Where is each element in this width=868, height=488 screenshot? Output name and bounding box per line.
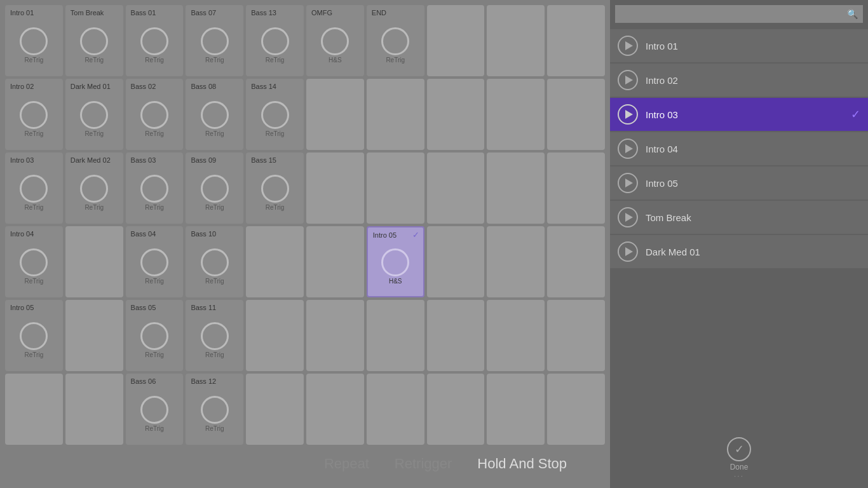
- cell-knob[interactable]: [20, 248, 48, 276]
- pad-cell[interactable]: Bass 02ReTrig: [126, 79, 184, 150]
- cell-knob[interactable]: [201, 101, 229, 129]
- track-item[interactable]: Intro 04: [610, 132, 868, 165]
- pad-cell[interactable]: [547, 300, 605, 371]
- cell-knob[interactable]: [201, 322, 229, 350]
- pad-cell[interactable]: Intro 05✓H&S: [367, 226, 424, 297]
- pad-cell[interactable]: [487, 79, 545, 150]
- cell-knob[interactable]: [20, 322, 48, 350]
- pad-cell[interactable]: [427, 5, 485, 76]
- pad-cell[interactable]: [65, 374, 123, 445]
- pad-cell[interactable]: [487, 5, 545, 76]
- pad-cell[interactable]: Tom BreakReTrig: [65, 5, 123, 76]
- pad-cell[interactable]: Bass 14ReTrig: [246, 79, 304, 150]
- pad-cell[interactable]: Dark Med 01ReTrig: [65, 79, 123, 150]
- pad-cell[interactable]: Intro 02ReTrig: [5, 79, 63, 150]
- cell-knob[interactable]: [140, 396, 168, 424]
- pad-cell[interactable]: Intro 01ReTrig: [5, 5, 63, 76]
- cell-knob[interactable]: [381, 27, 409, 55]
- cell-knob[interactable]: [201, 248, 229, 276]
- pad-cell[interactable]: Bass 01ReTrig: [126, 5, 184, 76]
- pad-cell[interactable]: [306, 226, 364, 297]
- track-item[interactable]: Tom Break: [610, 201, 868, 234]
- pad-cell[interactable]: [427, 79, 485, 150]
- hold-and-stop-button[interactable]: Hold And Stop: [477, 456, 567, 472]
- pad-cell[interactable]: [246, 374, 304, 445]
- cell-knob[interactable]: [140, 322, 168, 350]
- pad-cell[interactable]: Bass 13ReTrig: [246, 5, 304, 76]
- pad-cell[interactable]: [65, 300, 123, 371]
- cell-knob[interactable]: [140, 175, 168, 203]
- track-play-button[interactable]: [618, 70, 638, 90]
- pad-cell[interactable]: Bass 15ReTrig: [246, 152, 304, 224]
- pad-cell[interactable]: [5, 374, 63, 445]
- pad-cell[interactable]: [427, 374, 485, 445]
- pad-cell[interactable]: [487, 374, 545, 445]
- pad-cell[interactable]: [246, 300, 304, 371]
- repeat-button[interactable]: Repeat: [324, 456, 369, 472]
- pad-cell[interactable]: Bass 03ReTrig: [126, 152, 184, 224]
- pad-cell[interactable]: [65, 226, 123, 297]
- cell-knob[interactable]: [20, 101, 48, 129]
- pad-cell[interactable]: OMFGH&S: [306, 5, 364, 76]
- track-item[interactable]: Dark Med 01: [610, 235, 868, 268]
- pad-cell[interactable]: Intro 05ReTrig: [5, 300, 63, 371]
- cell-knob[interactable]: [201, 396, 229, 424]
- pad-cell[interactable]: [547, 152, 605, 224]
- pad-cell[interactable]: [367, 300, 424, 371]
- track-item[interactable]: Intro 05: [610, 166, 868, 200]
- pad-cell[interactable]: Bass 08ReTrig: [186, 79, 243, 150]
- track-item[interactable]: Intro 03✓: [610, 98, 868, 131]
- pad-cell[interactable]: [547, 5, 605, 76]
- pad-cell[interactable]: [487, 152, 545, 224]
- pad-cell[interactable]: Dark Med 02ReTrig: [65, 152, 123, 224]
- track-play-button[interactable]: [618, 36, 638, 56]
- pad-cell[interactable]: Bass 06ReTrig: [126, 374, 184, 445]
- cell-knob[interactable]: [80, 27, 108, 55]
- cell-knob[interactable]: [321, 27, 349, 55]
- track-item[interactable]: Intro 01: [610, 29, 868, 62]
- done-button[interactable]: ✓: [727, 437, 751, 461]
- pad-cell[interactable]: Bass 05ReTrig: [126, 300, 184, 371]
- pad-cell[interactable]: Bass 07ReTrig: [186, 5, 243, 76]
- cell-knob[interactable]: [201, 27, 229, 55]
- pad-cell[interactable]: [367, 374, 424, 445]
- pad-cell[interactable]: [547, 226, 605, 297]
- cell-knob[interactable]: [20, 175, 48, 203]
- pad-cell[interactable]: [306, 152, 364, 224]
- pad-cell[interactable]: [487, 226, 545, 297]
- track-play-button[interactable]: [618, 104, 638, 125]
- pad-cell[interactable]: [547, 374, 605, 445]
- pad-cell[interactable]: [246, 226, 304, 297]
- cell-knob[interactable]: [20, 27, 48, 55]
- search-input[interactable]: [615, 5, 863, 23]
- pad-cell[interactable]: [427, 300, 485, 371]
- pad-cell[interactable]: [306, 79, 364, 150]
- track-play-button[interactable]: [618, 173, 638, 193]
- pad-cell[interactable]: Bass 10ReTrig: [186, 226, 243, 297]
- cell-knob[interactable]: [261, 175, 289, 203]
- track-item[interactable]: Intro 02: [610, 64, 868, 97]
- cell-knob[interactable]: [261, 101, 289, 129]
- cell-knob[interactable]: [261, 27, 289, 55]
- pad-cell[interactable]: [427, 152, 485, 224]
- pad-cell[interactable]: [427, 226, 485, 297]
- pad-cell[interactable]: [306, 374, 364, 445]
- pad-cell[interactable]: [367, 152, 424, 224]
- cell-knob[interactable]: [80, 101, 108, 129]
- cell-knob[interactable]: [140, 248, 168, 276]
- cell-knob[interactable]: [381, 248, 409, 276]
- cell-knob[interactable]: [140, 27, 168, 55]
- pad-cell[interactable]: Bass 04ReTrig: [126, 226, 184, 297]
- cell-knob[interactable]: [201, 175, 229, 203]
- pad-cell[interactable]: Bass 11ReTrig: [186, 300, 243, 371]
- pad-cell[interactable]: [547, 79, 605, 150]
- pad-cell[interactable]: [367, 79, 424, 150]
- pad-cell[interactable]: ENDReTrig: [367, 5, 424, 76]
- pad-cell[interactable]: [487, 300, 545, 371]
- pad-cell[interactable]: Bass 12ReTrig: [186, 374, 243, 445]
- pad-cell[interactable]: Bass 09ReTrig: [186, 152, 243, 224]
- cell-knob[interactable]: [140, 101, 168, 129]
- pad-cell[interactable]: [306, 300, 364, 371]
- pad-cell[interactable]: Intro 04ReTrig: [5, 226, 63, 297]
- retrigger-button[interactable]: Retrigger: [395, 456, 452, 472]
